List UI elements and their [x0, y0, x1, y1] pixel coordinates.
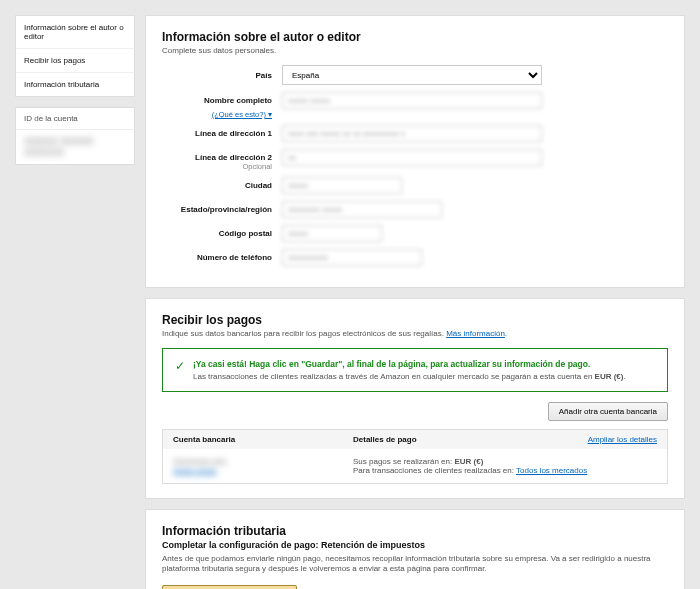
- payments-title: Recibir los pagos: [162, 313, 668, 327]
- more-info-link[interactable]: Más información: [446, 329, 505, 338]
- alert-title: ¡Ya casi está! Haga clic en "Guardar", a…: [193, 359, 626, 369]
- sidebar-item-payments[interactable]: Recibir los pagos: [16, 49, 134, 73]
- city-input[interactable]: [282, 177, 402, 194]
- expand-details-link[interactable]: Ampliar los detalles: [588, 435, 657, 444]
- payments-desc: Indique sus datos bancarios para recibir…: [162, 329, 668, 338]
- sidebar: Información sobre el autor o editor Reci…: [15, 15, 135, 589]
- table-row: Xxxxxxxxx (xx) Xxxxx xxxxx Sus pagos se …: [163, 449, 667, 483]
- col-account: Cuenta bancaria: [173, 435, 353, 444]
- alert-text: Las transacciones de clientes realizadas…: [193, 372, 626, 381]
- region-input[interactable]: [282, 201, 442, 218]
- phone-input[interactable]: [282, 249, 422, 266]
- col-details: Detalles de pago: [353, 435, 557, 444]
- account-id-label: ID de la cuenta: [16, 108, 134, 130]
- account-id-box: ID de la cuenta XXXXX XXXXX XXXXXX: [15, 107, 135, 165]
- tax-panel: Información tributaria Completar la conf…: [145, 509, 685, 589]
- sidebar-item-tax[interactable]: Información tributaria: [16, 73, 134, 96]
- author-panel: Información sobre el autor o editor Comp…: [145, 15, 685, 288]
- chevron-down-icon: ▾: [268, 110, 272, 119]
- success-alert: ✓ ¡Ya casi está! Haga clic en "Guardar",…: [162, 348, 668, 392]
- name-help-link[interactable]: (¿Qué es esto?) ▾: [212, 110, 272, 119]
- phone-label: Número de teléfono: [162, 253, 282, 262]
- postal-input[interactable]: [282, 225, 382, 242]
- addr2-optional: Opcional: [162, 162, 282, 171]
- author-subtitle: Complete sus datos personales.: [162, 46, 668, 55]
- check-icon: ✓: [175, 359, 185, 381]
- main-content: Información sobre el autor o editor Comp…: [145, 15, 685, 589]
- postal-label: Código postal: [162, 229, 282, 238]
- author-title: Información sobre el autor o editor: [162, 30, 668, 44]
- addr1-label: Línea de dirección 1: [162, 129, 282, 138]
- name-input[interactable]: [282, 92, 542, 109]
- all-markets-link[interactable]: Todos los mercados: [516, 466, 587, 475]
- addr2-label: Línea de dirección 2: [162, 153, 282, 162]
- sidebar-nav: Información sobre el autor o editor Reci…: [15, 15, 135, 97]
- tax-text: Antes de que podamos enviarle ningún pag…: [162, 554, 668, 575]
- bank-name: Xxxxxxxxx (xx): [173, 457, 226, 466]
- name-label: Nombre completo: [162, 96, 282, 105]
- region-label: Estado/provincia/región: [162, 205, 282, 214]
- addr1-input[interactable]: [282, 125, 542, 142]
- addr2-input[interactable]: [282, 149, 542, 166]
- add-bank-button[interactable]: Añadir otra cuenta bancaria: [548, 402, 668, 421]
- bank-edit-link[interactable]: Xxxxx xxxxx: [173, 466, 353, 475]
- tax-title: Información tributaria: [162, 524, 668, 538]
- fill-tax-button[interactable]: Rellenar información tributaria: [162, 585, 297, 589]
- bank-table: Cuenta bancaria Detalles de pago Ampliar…: [162, 429, 668, 484]
- sidebar-item-author[interactable]: Información sobre el autor o editor: [16, 16, 134, 49]
- payment-details: Sus pagos se realizarán en: EUR (€) Para…: [353, 457, 657, 475]
- account-id-value: XXXXX XXXXX XXXXXX: [24, 136, 93, 158]
- payments-panel: Recibir los pagos Indique sus datos banc…: [145, 298, 685, 499]
- tax-subtitle: Completar la configuración de pago: Rete…: [162, 540, 668, 550]
- city-label: Ciudad: [162, 181, 282, 190]
- country-label: País: [162, 71, 282, 80]
- country-select[interactable]: España: [282, 65, 542, 85]
